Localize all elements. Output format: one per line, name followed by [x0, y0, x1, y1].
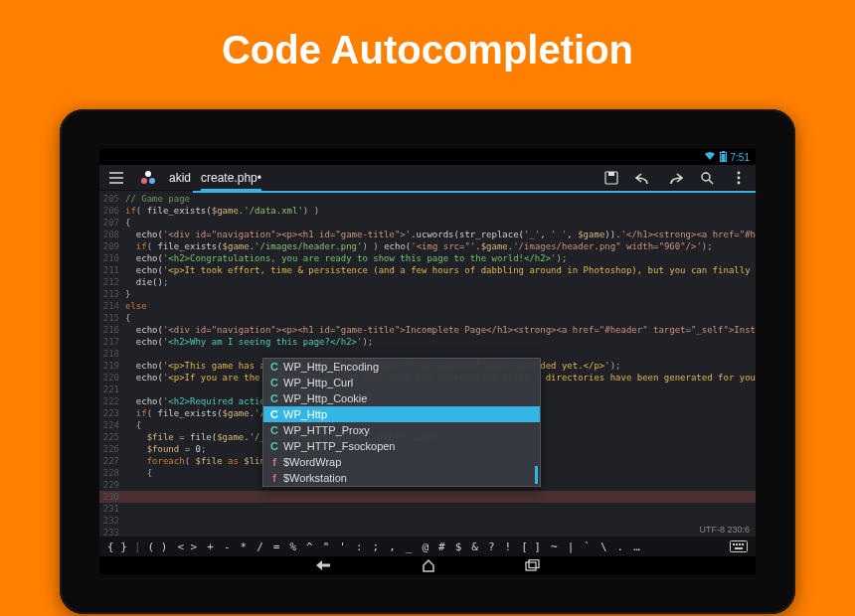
symbol-key[interactable]: =	[269, 540, 284, 553]
code-line[interactable]: 211 echo('<p>It took effort, time & pers…	[99, 264, 756, 276]
autocomplete-item[interactable]: f$Workstation	[263, 470, 540, 486]
code-line[interactable]: 208 echo('<div id="navigation"><p><h1 id…	[99, 229, 756, 240]
line-number: 232	[99, 515, 125, 527]
undo-icon[interactable]	[632, 171, 654, 185]
autocomplete-label: $Workstation	[283, 472, 347, 484]
keyboard-toggle-icon[interactable]	[726, 540, 752, 552]
code-text: die();	[125, 276, 756, 288]
svg-point-5	[149, 178, 155, 184]
home-button[interactable]	[422, 558, 435, 572]
line-number: 222	[99, 395, 125, 407]
code-line[interactable]: 233	[99, 527, 756, 537]
symbol-key[interactable]: < >	[173, 540, 201, 553]
svg-line-9	[709, 180, 713, 184]
symbol-key[interactable]: |	[564, 540, 579, 553]
symbol-key[interactable]: ;	[369, 540, 384, 553]
svg-rect-13	[731, 541, 748, 552]
code-line[interactable]: 214else	[99, 300, 756, 312]
autocomplete-item[interactable]: CWP_Http	[263, 406, 540, 422]
redo-icon[interactable]	[664, 171, 686, 185]
line-number: 223	[99, 407, 125, 419]
code-line[interactable]: 216 echo('<div id="navigation"><p><h1 id…	[99, 324, 756, 336]
symbol-key[interactable]: ^	[302, 540, 317, 553]
symbol-key[interactable]: &	[467, 540, 482, 553]
autocomplete-item[interactable]: CWP_Http_Curl	[263, 375, 540, 390]
symbol-key[interactable]: \	[597, 540, 611, 553]
line-number: 231	[99, 503, 125, 515]
code-text: echo('<h2>Why am I seeing this page?</h2…	[125, 336, 756, 348]
symbol-key[interactable]: %	[285, 540, 300, 553]
svg-rect-7	[608, 172, 614, 176]
code-line[interactable]: 207{	[99, 217, 756, 229]
search-icon[interactable]	[696, 171, 718, 185]
code-line[interactable]: 213}	[99, 288, 756, 300]
action-bar: akid create.php•	[99, 165, 756, 191]
code-line[interactable]: 212 die();	[99, 276, 756, 288]
symbol-key[interactable]: -	[220, 540, 235, 553]
symbol-key[interactable]: #	[434, 540, 449, 553]
autocomplete-item[interactable]: CWP_HTTP_Proxy	[263, 422, 540, 438]
svg-rect-16	[739, 543, 741, 545]
file-tab[interactable]: create.php•	[201, 171, 261, 191]
editor-status: UTF-8 230:6	[699, 525, 750, 535]
autocomplete-kind-icon: C	[269, 440, 279, 452]
line-number: 220	[99, 372, 125, 384]
symbol-key[interactable]: *	[237, 540, 252, 553]
code-line[interactable]: 232	[99, 515, 756, 527]
autocomplete-item[interactable]: CWP_Http_Cookie	[263, 390, 540, 406]
code-line[interactable]: 217 echo('<h2>Why am I seeing this page?…	[99, 336, 756, 348]
code-line[interactable]: 205// Game page	[99, 193, 756, 205]
autocomplete-kind-icon: f	[269, 472, 279, 484]
symbol-key[interactable]: /	[253, 540, 267, 553]
symbol-key[interactable]: _	[402, 540, 417, 553]
symbol-key[interactable]: [ ]	[517, 540, 545, 553]
code-text	[125, 527, 756, 537]
symbol-key[interactable]: .	[613, 540, 628, 553]
symbol-key[interactable]: …	[629, 540, 644, 553]
code-text: else	[125, 300, 756, 312]
symbol-key[interactable]: `	[580, 540, 595, 553]
code-line[interactable]: 230	[99, 491, 756, 503]
symbol-key[interactable]: $	[451, 540, 466, 553]
line-number: 225	[99, 431, 125, 443]
symbol-key[interactable]: { }	[103, 540, 131, 553]
recents-button[interactable]	[525, 559, 541, 571]
code-line[interactable]: 231	[99, 503, 756, 515]
autocomplete-item[interactable]: f$WordWrap	[263, 454, 540, 470]
symbol-key[interactable]: :	[352, 540, 367, 553]
symbol-key[interactable]: ( )	[144, 540, 172, 553]
code-line[interactable]: 209 if( file_exists($game.'/images/heade…	[99, 240, 756, 252]
code-line[interactable]: 210 echo('<h2>Congratulations, you are r…	[99, 252, 756, 264]
symbol-key[interactable]: "	[319, 540, 334, 553]
symbol-key[interactable]: '	[335, 540, 350, 553]
code-text: if( file_exists($game.'/images/header.pn…	[125, 240, 756, 252]
menu-icon[interactable]	[105, 172, 127, 184]
symbol-key[interactable]: ?	[484, 540, 499, 553]
autocomplete-label: WP_Http	[283, 408, 327, 420]
code-line[interactable]: 206if( file_exists($game.'/data.xml') )	[99, 205, 756, 217]
symbol-key[interactable]: +	[203, 540, 218, 553]
autocomplete-item[interactable]: CWP_Http_Encoding	[263, 359, 540, 375]
symbol-key[interactable]: ,	[385, 540, 400, 553]
svg-point-11	[738, 176, 741, 179]
svg-rect-21	[529, 560, 539, 568]
code-text: // Game page	[125, 193, 756, 205]
symbol-key[interactable]: @	[418, 540, 432, 553]
symbol-key[interactable]: !	[501, 540, 516, 553]
symbol-key[interactable]: ~	[547, 540, 562, 553]
overflow-menu-icon[interactable]	[728, 171, 750, 185]
save-icon[interactable]	[600, 171, 622, 185]
line-number: 217	[99, 336, 125, 348]
line-number: 215	[99, 312, 125, 324]
line-number: 218	[99, 348, 125, 360]
code-line[interactable]: 215{	[99, 312, 756, 324]
autocomplete-kind-icon: C	[269, 424, 279, 436]
back-button[interactable]	[314, 559, 332, 571]
autocomplete-kind-icon: C	[269, 361, 279, 373]
autocomplete-kind-icon: C	[269, 377, 279, 388]
code-text: }	[125, 288, 756, 300]
autocomplete-label: WP_HTTP_Proxy	[283, 424, 370, 436]
autocomplete-kind-icon: C	[269, 408, 279, 420]
autocomplete-item[interactable]: CWP_HTTP_Fsockopen	[263, 438, 540, 454]
autocomplete-popup[interactable]: CWP_Http_EncodingCWP_Http_CurlCWP_Http_C…	[262, 358, 541, 487]
